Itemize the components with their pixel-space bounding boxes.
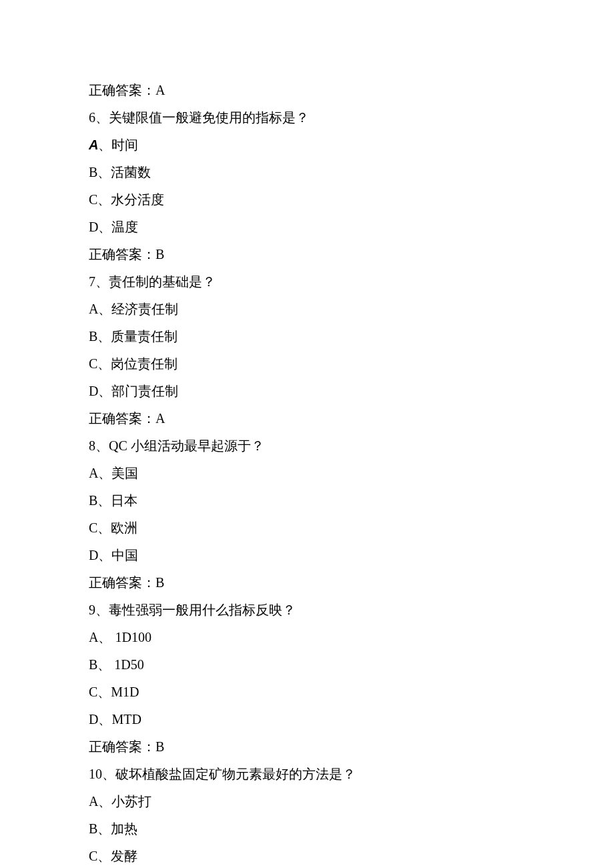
option-c: C、M1D	[89, 679, 614, 705]
answer-line: 正确答案：B	[89, 570, 614, 595]
option-c: C、欧洲	[89, 515, 614, 540]
option-a: A、时间	[89, 132, 614, 157]
option-c: C、发酵	[89, 843, 614, 868]
option-a: A、小苏打	[89, 789, 614, 814]
option-d: D、中国	[89, 542, 614, 568]
answer-line: 正确答案：B	[89, 734, 614, 759]
answer-line: 正确答案：B	[89, 242, 614, 267]
option-c: C、水分活度	[89, 187, 614, 212]
option-b: B、质量责任制	[89, 324, 614, 349]
option-b: B、加热	[89, 816, 614, 841]
option-c: C、岗位责任制	[89, 351, 614, 376]
option-b: B、日本	[89, 488, 614, 513]
option-b: B、活菌数	[89, 159, 614, 185]
option-a: A、美国	[89, 460, 614, 486]
option-d: D、温度	[89, 214, 614, 240]
question-text: 7、责任制的基础是？	[89, 269, 614, 294]
option-d: D、部门责任制	[89, 378, 614, 404]
answer-line: 正确答案：A	[89, 77, 614, 103]
answer-line: 正确答案：A	[89, 406, 614, 431]
question-text: 10、破坏植酸盐固定矿物元素最好的方法是？	[89, 761, 614, 787]
option-a: A、 1D100	[89, 624, 614, 650]
question-text: 8、QC 小组活动最早起源于？	[89, 433, 614, 458]
option-a: A、经济责任制	[89, 296, 614, 322]
option-d: D、MTD	[89, 707, 614, 732]
option-b: B、 1D50	[89, 652, 614, 677]
option-a-prefix: A	[89, 137, 98, 152]
question-text: 6、关键限值一般避免使用的指标是？	[89, 105, 614, 130]
question-text: 9、毒性强弱一般用什么指标反映？	[89, 597, 614, 622]
option-a-text: 、时间	[98, 137, 138, 152]
